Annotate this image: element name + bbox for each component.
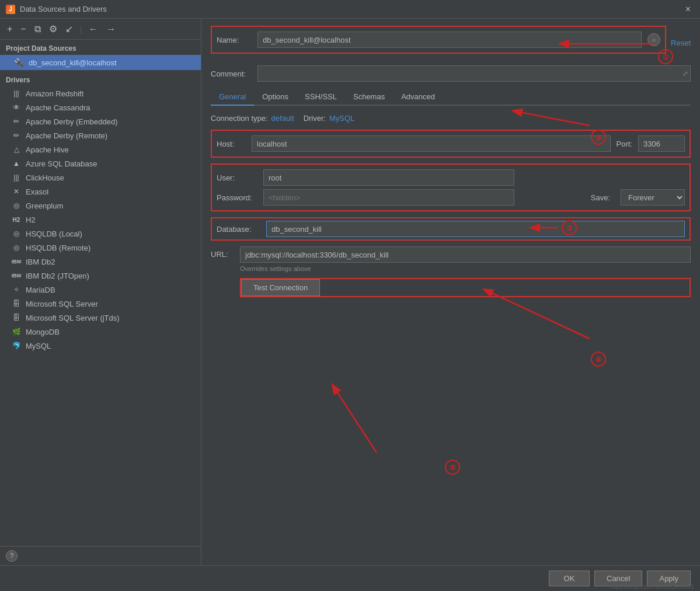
- host-label: Host:: [217, 140, 246, 148]
- save-select[interactable]: Forever Until restart Never: [621, 189, 685, 206]
- driver-item-ibm-db2[interactable]: IBM IBM Db2: [0, 255, 201, 269]
- driver-label-azure-sql: Azure SQL Database: [26, 159, 97, 168]
- driver-item-hsqldb-local[interactable]: ◎ HSQLDB (Local): [0, 227, 201, 241]
- dialog: J Data Sources and Drivers × + − ⧉ ⚙ ↙ |…: [0, 0, 700, 591]
- database-input[interactable]: [266, 221, 685, 237]
- comment-label: Comment:: [211, 69, 257, 78]
- test-connection-button[interactable]: Test Connection: [241, 279, 320, 296]
- project-data-sources-header: Project Data Sources: [0, 40, 201, 55]
- driver-label-mongodb: MongoDB: [26, 328, 60, 336]
- driver-label-hsqldb-local: HSQLDB (Local): [26, 230, 82, 238]
- tab-ssh-ssl[interactable]: SSH/SSL: [297, 89, 345, 106]
- help-button[interactable]: ?: [6, 550, 18, 562]
- apache-hive-icon: △: [12, 145, 21, 154]
- driver-item-apache-hive[interactable]: △ Apache Hive: [0, 142, 201, 157]
- driver-label-ibm-db2-jtopen: IBM Db2 (JTOpen): [26, 272, 89, 280]
- connection-type-row: Connection type: default Driver: MySQL: [211, 114, 691, 123]
- driver-text-label: Driver:: [304, 114, 326, 123]
- user-pass-box: User: Password: Save: Forever Until rest…: [211, 164, 691, 211]
- drivers-section: Drivers ||| Amazon Redshift 👁 Apache Cas…: [0, 70, 201, 353]
- datasource-icon: 🔌: [14, 58, 24, 67]
- url-input[interactable]: [240, 246, 691, 263]
- apache-derby-embedded-icon: ✏: [12, 117, 21, 126]
- app-icon: J: [6, 5, 15, 14]
- close-button[interactable]: ×: [682, 3, 694, 16]
- port-input[interactable]: [638, 135, 685, 152]
- driver-item-hsqldb-remote[interactable]: ◎ HSQLDB (Remote): [0, 241, 201, 255]
- driver-item-greenplum[interactable]: ◎ Greenplum: [0, 199, 201, 213]
- bottom-bar: OK Cancel Apply: [0, 565, 700, 591]
- driver-item-ibm-db2-jtopen[interactable]: IBM IBM Db2 (JTOpen): [0, 269, 201, 283]
- right-panel: Name: ○ Reset Comment: ⤢ General: [201, 19, 700, 565]
- driver-item-azure-sql[interactable]: ▲ Azure SQL Database: [0, 157, 201, 171]
- driver-label-apache-cassandra: Apache Cassandra: [26, 103, 90, 112]
- back-button[interactable]: ←: [86, 23, 100, 36]
- url-row: URL:: [211, 246, 691, 263]
- left-panel: + − ⧉ ⚙ ↙ | ← → Project Data Sources 🔌 d…: [0, 19, 201, 565]
- driver-item-mariadb[interactable]: ✧ MariaDB: [0, 283, 201, 297]
- driver-item-exasol[interactable]: ✕ Exasol: [0, 185, 201, 199]
- driver-item-apache-derby-embedded[interactable]: ✏ Apache Derby (Embedded): [0, 114, 201, 128]
- import-button[interactable]: ↙: [63, 22, 75, 36]
- overrides-text: Overrides settings above: [240, 265, 691, 272]
- password-input[interactable]: [263, 189, 514, 206]
- comment-wrapper: ⤢: [257, 65, 691, 82]
- clickhouse-icon: |||: [12, 173, 21, 182]
- greenplum-icon: ◎: [12, 201, 21, 210]
- azure-sql-icon: ▲: [12, 159, 21, 168]
- driver-value[interactable]: MySQL: [329, 114, 354, 123]
- ibm-db2-icon: IBM: [12, 257, 21, 266]
- driver-label-mssql: Microsoft SQL Server: [26, 300, 98, 308]
- forward-button[interactable]: →: [104, 23, 118, 36]
- driver-label-mysql: MySQL: [26, 342, 51, 350]
- host-input[interactable]: [252, 135, 611, 152]
- copy-datasource-button[interactable]: ⧉: [32, 23, 43, 36]
- driver-item-h2[interactable]: H2 H2: [0, 213, 201, 227]
- name-input[interactable]: [257, 32, 642, 48]
- driver-item-mssql-jtds[interactable]: 🗄 Microsoft SQL Server (jTds): [0, 311, 201, 325]
- apache-cassandra-icon: 👁: [12, 103, 21, 112]
- watermark: https://blog.csdn.net/MyBestLio1: [610, 583, 694, 590]
- mssql-icon: 🗄: [12, 299, 21, 308]
- apache-derby-remote-icon: ✏: [12, 131, 21, 140]
- dialog-title: Data Sources and Drivers: [20, 5, 682, 13]
- main-content: + − ⧉ ⚙ ↙ | ← → Project Data Sources 🔌 d…: [0, 19, 700, 565]
- port-label: Port:: [617, 140, 632, 148]
- tab-general[interactable]: General: [211, 89, 254, 106]
- driver-item-amazon-redshift[interactable]: ||| Amazon Redshift: [0, 86, 201, 100]
- driver-label-mssql-jtds: Microsoft SQL Server (jTds): [26, 314, 120, 322]
- driver-label-exasol: Exasol: [26, 187, 48, 196]
- test-connection-box: Test Connection: [240, 278, 691, 297]
- tab-options[interactable]: Options: [254, 89, 297, 106]
- driver-item-mssql[interactable]: 🗄 Microsoft SQL Server: [0, 297, 201, 311]
- expand-icon[interactable]: ⤢: [682, 69, 688, 78]
- connection-type-value[interactable]: default: [271, 114, 294, 123]
- mariadb-icon: ✧: [12, 285, 21, 294]
- driver-item-clickhouse[interactable]: ||| ClickHouse: [0, 171, 201, 185]
- h2-icon: H2: [12, 215, 21, 224]
- add-datasource-button[interactable]: +: [5, 23, 15, 36]
- driver-label-clickhouse: ClickHouse: [26, 173, 64, 182]
- remove-datasource-button[interactable]: −: [18, 23, 28, 36]
- driver-item-mongodb[interactable]: 🌿 MongoDB: [0, 325, 201, 339]
- user-input[interactable]: [263, 169, 514, 186]
- reset-button[interactable]: Reset: [671, 39, 691, 47]
- save-label: Save:: [591, 193, 610, 202]
- database-box: Database:: [211, 217, 691, 241]
- driver-item-mysql[interactable]: 🐬 MySQL: [0, 339, 201, 353]
- user-label: User:: [217, 173, 257, 182]
- name-status-circle: ○: [647, 33, 660, 46]
- tab-advanced[interactable]: Advanced: [393, 89, 443, 106]
- driver-item-apache-derby-remote[interactable]: ✏ Apache Derby (Remote): [0, 128, 201, 142]
- project-datasource-item[interactable]: 🔌 db_second_kill@localhost: [0, 55, 201, 70]
- name-section-box: Name: ○: [211, 26, 666, 54]
- driver-label-greenplum: Greenplum: [26, 201, 63, 210]
- tab-schemas[interactable]: Schemas: [345, 89, 393, 106]
- toolbar-separator: |: [80, 25, 82, 33]
- comment-input[interactable]: [257, 65, 691, 82]
- driver-item-apache-cassandra[interactable]: 👁 Apache Cassandra: [0, 100, 201, 114]
- mongodb-icon: 🌿: [12, 327, 21, 336]
- ok-button[interactable]: OK: [549, 571, 590, 586]
- settings-button[interactable]: ⚙: [47, 22, 60, 36]
- name-label: Name:: [217, 36, 252, 44]
